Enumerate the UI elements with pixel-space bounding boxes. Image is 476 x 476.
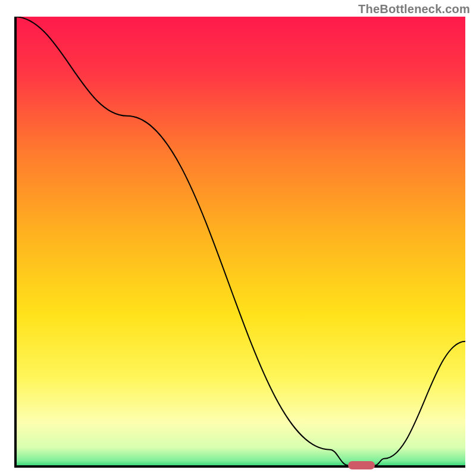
chart-plot-area: [14, 17, 465, 468]
target-range-marker: [348, 461, 375, 469]
chart-svg: [14, 17, 465, 468]
gradient-background: [14, 17, 465, 468]
watermark-text: TheBottleneck.com: [358, 2, 470, 16]
